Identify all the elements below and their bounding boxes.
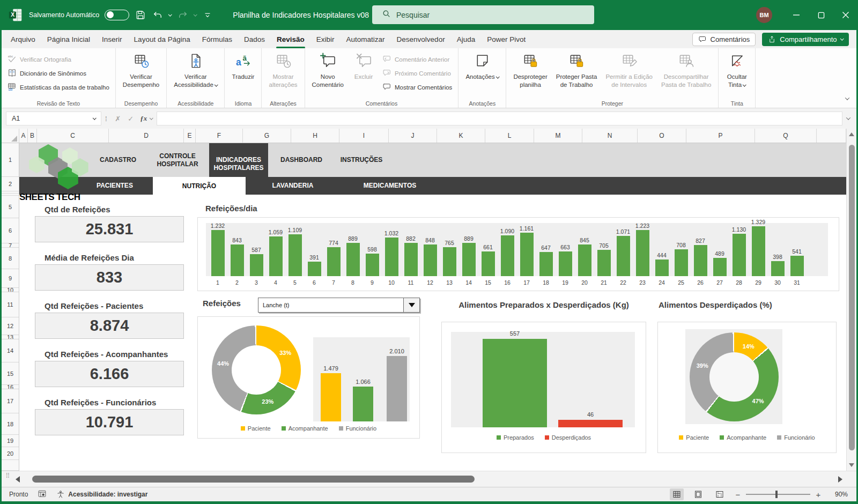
undo-menu-chevron-icon[interactable] <box>168 12 172 16</box>
tab-power-pivot[interactable]: Power Pivot <box>481 30 531 48</box>
tab-automatizar[interactable]: Automatizar <box>341 30 391 48</box>
document-title[interactable]: Planilha de Indicadores Hospitalares v08 <box>233 11 377 19</box>
nav-dashboard[interactable]: DASHBOARD <box>269 143 334 177</box>
estatisticas-da-pasta-de-trabalho-button[interactable]: 123Estatísticas da pasta de trabalho <box>8 82 109 92</box>
save-icon[interactable] <box>135 9 146 21</box>
minimize-button[interactable] <box>784 0 809 30</box>
quick-access-toolbar-icon[interactable] <box>202 9 213 21</box>
tab-arquivo[interactable]: Arquivo <box>5 30 41 48</box>
collapse-ribbon-icon[interactable] <box>846 93 849 102</box>
tab-layout-da-pagina[interactable]: Layout da Página <box>128 30 196 48</box>
row-header-17[interactable]: 17 <box>2 389 19 413</box>
tab-dados[interactable]: Dados <box>238 30 271 48</box>
page-break-view-icon[interactable] <box>713 488 727 500</box>
column-header-j[interactable]: J <box>389 129 437 143</box>
tab-formulas[interactable]: Fórmulas <box>196 30 238 48</box>
column-header-o[interactable]: O <box>638 129 686 143</box>
vertical-scroll-thumb[interactable] <box>849 145 855 450</box>
meal-type-dropdown[interactable]: Lanche (t) <box>258 298 420 313</box>
tab-exibir[interactable]: Exibir <box>310 30 341 48</box>
zoom-out-icon[interactable]: − <box>734 490 742 499</box>
column-header-n[interactable]: N <box>582 129 638 143</box>
column-header-e[interactable]: E <box>184 129 196 143</box>
undo-icon[interactable] <box>152 9 164 21</box>
accessibility-status[interactable]: Acessibilidade: investigar <box>56 490 147 499</box>
redo-icon[interactable] <box>177 9 189 21</box>
column-header-q[interactable]: Q <box>755 129 817 143</box>
column-header-d[interactable]: D <box>109 129 184 143</box>
column-header-b[interactable]: B <box>28 129 37 143</box>
normal-view-icon[interactable] <box>670 488 684 500</box>
row-header-7[interactable]: 7 <box>2 243 19 248</box>
macro-record-icon[interactable] <box>38 489 47 500</box>
share-button[interactable]: Compartilhamento <box>762 33 849 46</box>
tab-ajuda[interactable]: Ajuda <box>451 30 482 48</box>
confirm-entry-icon[interactable]: ✓ <box>124 115 137 123</box>
zoom-thumb[interactable] <box>775 491 778 498</box>
proteger-pasta-de-trabalho-button[interactable]: Proteger Pastade Trabalho <box>552 51 602 89</box>
column-header-m[interactable]: M <box>534 129 582 143</box>
column-header-a[interactable]: A <box>19 129 28 143</box>
tab-revisao[interactable]: Revisão <box>271 30 310 48</box>
insert-function-icon[interactable]: ƒx <box>137 114 150 123</box>
row-header-2[interactable]: 2 <box>2 177 19 191</box>
row-header-5[interactable]: 5 <box>2 196 19 218</box>
subnav-nutricao[interactable]: NUTRIÇÃO <box>153 177 246 195</box>
row-header-8[interactable]: 8 <box>2 248 19 269</box>
desproteger-planilha-button[interactable]: Desprotegerplanilha <box>509 51 551 89</box>
anotacoes-button[interactable]: Anotações <box>461 51 503 81</box>
traduzir-button[interactable]: aãTraduzir <box>227 51 258 81</box>
row-header-14[interactable]: 14 <box>2 339 19 362</box>
expand-formula-bar-icon[interactable] <box>846 115 850 120</box>
column-header-g[interactable]: G <box>243 129 291 143</box>
horizontal-scrollbar[interactable]: ⁞⁞ <box>2 471 856 487</box>
cancel-entry-icon[interactable]: ✗ <box>112 115 124 123</box>
row-header-16[interactable]: 16 <box>2 385 19 389</box>
scroll-down-icon[interactable] <box>849 463 854 467</box>
search-box[interactable]: Pesquisar <box>372 5 594 24</box>
nav-instrucoes[interactable]: INSTRUÇÕES <box>329 143 394 177</box>
excel-app-icon[interactable]: X <box>8 7 24 23</box>
tab-pagina-inicial[interactable]: Página Inicial <box>41 30 96 48</box>
scroll-up-icon[interactable] <box>849 132 854 136</box>
column-header-k[interactable]: K <box>437 129 485 143</box>
horizontal-scroll-thumb[interactable] <box>32 476 475 483</box>
tab-inserir[interactable]: Inserir <box>96 30 128 48</box>
row-header-18[interactable]: 18 <box>2 413 19 435</box>
column-header-p[interactable]: P <box>686 129 755 143</box>
dropdown-arrow-icon[interactable] <box>403 298 419 312</box>
row-header-19[interactable]: 19 <box>2 435 19 447</box>
tab-desenvolvedor[interactable]: Desenvolvedor <box>391 30 451 48</box>
scroll-right-icon[interactable] <box>838 476 842 483</box>
nav-controle-hospitalar[interactable]: CONTROLE HOSPITALAR <box>145 143 210 177</box>
column-header-i[interactable]: I <box>339 129 389 143</box>
row-header-20[interactable]: 20 <box>2 447 19 460</box>
column-header-partial[interactable] <box>817 129 846 143</box>
row-header-partial[interactable] <box>2 460 19 471</box>
maximize-button[interactable] <box>809 0 833 30</box>
zoom-level[interactable]: 90% <box>830 491 848 498</box>
select-all-corner[interactable] <box>2 129 19 143</box>
verificar-desempenho-button[interactable]: VerificarDesempenho <box>119 51 164 89</box>
row-header-6[interactable]: 6 <box>2 218 19 243</box>
row-header-12[interactable]: 12 <box>2 317 19 335</box>
row-header-15[interactable]: 15 <box>2 362 19 385</box>
column-header-h[interactable]: H <box>291 129 339 143</box>
subnav-lavanderia[interactable]: LAVANDERIA <box>261 177 325 195</box>
row-header-11[interactable]: 11 <box>2 292 19 317</box>
sheet-tabs-resize-handle[interactable]: ⁞⁞ <box>6 474 10 478</box>
row-header-10[interactable]: 10 <box>2 288 19 292</box>
verificar-acessibilidade-button[interactable]: VerificarAcessibilidade <box>169 51 221 89</box>
avatar[interactable]: BM <box>756 7 772 23</box>
column-header-l[interactable]: L <box>485 129 534 143</box>
page-layout-view-icon[interactable] <box>691 488 705 500</box>
novo-comentario-button[interactable]: NovoComentário <box>308 51 348 89</box>
scroll-left-icon[interactable] <box>16 476 20 483</box>
ocultar-tinta-button[interactable]: OcultarTinta <box>721 51 752 89</box>
column-header-c[interactable]: C <box>37 129 109 143</box>
autosave-toggle[interactable] <box>105 10 129 20</box>
formula-input[interactable] <box>157 112 842 125</box>
mostrar-comentarios-button[interactable]: Mostrar Comentários <box>382 82 452 92</box>
name-box[interactable]: A1 <box>6 112 101 125</box>
close-button[interactable] <box>833 0 858 30</box>
